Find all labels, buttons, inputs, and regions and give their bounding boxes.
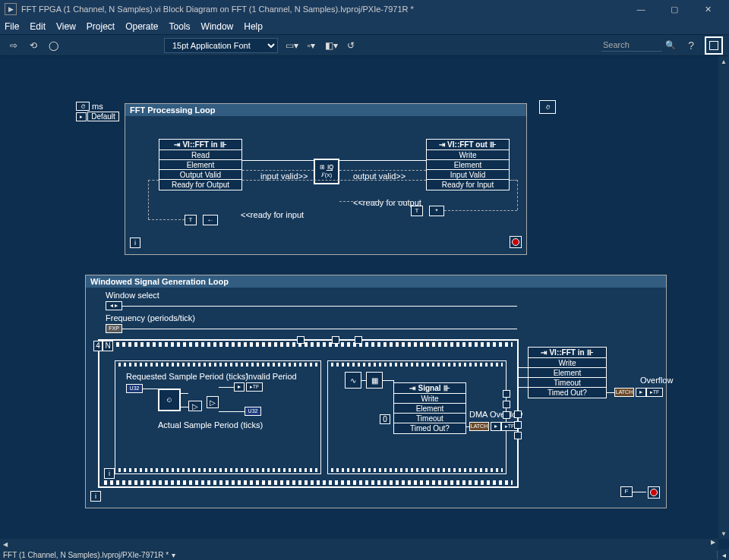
close-button[interactable]: ✕ [691, 0, 724, 18]
menu-help[interactable]: Help [244, 21, 263, 32]
sequence-frame-signal[interactable]: ∿ ▦ ⇥Signal⊪ Write Element Timeout Timed… [327, 360, 507, 474]
signal-fifo[interactable]: ⇥Signal⊪ Write Element Timeout Timed Out… [393, 382, 466, 434]
timed-loop-config[interactable]: ⏱ ms ▸ Default [76, 102, 119, 121]
menu-operate[interactable]: Operate [125, 21, 158, 32]
sequence-frame[interactable]: Requested Sample Period (ticks) U32 ⏲ ▷ … [115, 360, 321, 474]
bool-const[interactable]: T [185, 215, 197, 225]
wire [519, 377, 528, 378]
clock-icon: ⏱ [76, 102, 90, 111]
wire [466, 426, 469, 427]
align-button[interactable]: ▭▾ [284, 38, 299, 53]
wire-dashed [444, 210, 517, 211]
horizontal-scrollbar[interactable]: ◀ ▶ [0, 539, 718, 549]
wire-dashed [148, 219, 185, 220]
feedback-node[interactable]: ← [203, 215, 218, 225]
false-const[interactable]: F [620, 486, 633, 497]
overflow-latch[interactable]: LATCH [614, 388, 634, 397]
vertical-scrollbar[interactable]: ▲ ▼ [718, 56, 729, 539]
window-select-terminal[interactable]: ◂ ▸ [106, 301, 122, 310]
fft-processing-loop[interactable]: FFT Processing Loop ⇥VI::FFT in⊪ Read El… [125, 103, 527, 255]
wire [242, 160, 314, 161]
menu-view[interactable]: View [56, 21, 76, 32]
scroll-right-icon[interactable]: ▶ [708, 539, 718, 546]
fft-in-fifo-2[interactable]: ⇥VI::FFT in⊪ Write Element Timeout Timed… [528, 347, 607, 398]
fifo-fft-out[interactable]: ⇥VI::FFT out⊪ Write Element Input Valid … [426, 139, 510, 190]
tunnel [355, 336, 362, 344]
sample-clock-subvi[interactable]: ⏲ [158, 389, 181, 411]
menu-window[interactable]: Window [201, 21, 234, 32]
zero-const[interactable]: 0 [380, 414, 390, 424]
arrow-icon[interactable]: ▸ [491, 422, 501, 431]
fifo-fft-in[interactable]: ⇥VI::FFT in⊪ Read Element Output Valid R… [159, 139, 242, 190]
menu-project[interactable]: Project [87, 21, 115, 32]
tunnel [297, 336, 305, 344]
actual-u32[interactable]: U32 [245, 407, 261, 416]
wire [219, 387, 234, 388]
n-terminal[interactable]: N [103, 341, 113, 351]
font-select[interactable]: 15pt Application Font [164, 38, 278, 53]
label-frequency: Frequency (periods/tick) [106, 313, 195, 322]
select-node[interactable]: ▷ [207, 396, 219, 408]
pause-button[interactable]: ◯ [46, 38, 61, 53]
minimize-button[interactable]: — [624, 0, 658, 18]
loop-condition[interactable] [510, 236, 522, 248]
wire-dashed [510, 180, 517, 181]
loop2-iteration-terminal[interactable]: i [90, 491, 101, 502]
frequency-terminal[interactable]: FXP [106, 324, 122, 333]
run-continuously-button[interactable]: ⟲ [26, 38, 41, 53]
loop2-condition[interactable] [648, 486, 660, 499]
block-diagram-canvas[interactable]: ⏱ ms ▸ Default ⏱ FFT Processing Loop ⇥VI… [0, 56, 718, 539]
fifo-out-name: VI::FFT out [447, 140, 488, 149]
label-input-valid: input valid>> [260, 171, 308, 181]
window-apply[interactable]: ▦ [366, 372, 383, 389]
wire-dashed [339, 201, 411, 202]
timed-loop-end[interactable]: ⏱ [539, 100, 556, 114]
search-input[interactable] [601, 39, 662, 52]
wire-dashed [242, 170, 314, 171]
wire [519, 367, 528, 368]
menu-tools[interactable]: Tools [169, 21, 191, 32]
for-loop[interactable]: 4 N Requested Sample Period (ticks) U32 … [98, 339, 519, 488]
feedback-node[interactable]: * [429, 206, 444, 216]
wire-dashed [148, 180, 159, 181]
fifo-in-name: VI::FFT in [182, 140, 217, 149]
iteration-terminal[interactable]: i [130, 238, 140, 248]
label-requested: Requested Sample Period (ticks) [126, 372, 248, 381]
latch-node[interactable]: LATCH [469, 422, 489, 431]
label-overflow: Overflow [640, 376, 673, 385]
invalid-arrow[interactable]: ▸ [234, 382, 245, 392]
help-icon[interactable]: ? [688, 39, 694, 52]
label-ready-input: <<ready for input [241, 210, 304, 219]
bool-const[interactable]: T [411, 206, 423, 216]
scroll-down-icon[interactable]: ▼ [718, 528, 729, 539]
status-divider: ◂ [717, 551, 726, 559]
scroll-up-icon[interactable]: ▲ [718, 56, 729, 67]
wire [339, 160, 426, 161]
menu-file[interactable]: File [5, 21, 19, 32]
wire [122, 329, 517, 329]
overflow-terminal[interactable]: ▸TF [646, 388, 663, 397]
resize-button[interactable]: ◧▾ [323, 38, 339, 53]
menu-edit[interactable]: Edit [30, 21, 46, 32]
maximize-button[interactable]: ▢ [658, 0, 691, 18]
search-icon[interactable]: 🔍 [665, 40, 676, 50]
scroll-left-icon[interactable]: ◀ [0, 541, 11, 548]
requested-terminal[interactable]: U32 [126, 384, 143, 393]
run-button[interactable]: ⇨ [6, 38, 21, 53]
loop1-title: FFT Processing Loop [125, 104, 526, 116]
for-iteration-terminal[interactable]: i [104, 468, 115, 479]
label-output-valid: output valid>> [353, 171, 406, 181]
windowed-signal-loop[interactable]: Windowed Signal Generation Loop Window s… [85, 275, 667, 508]
menubar: File Edit View Project Operate Tools Win… [0, 18, 729, 35]
distribute-button[interactable]: ▫▾ [304, 38, 319, 53]
wire [181, 393, 188, 394]
invalid-terminal[interactable]: ▸TF [246, 382, 263, 392]
label-actual: Actual Sample Period (ticks) [158, 420, 263, 429]
status-dropdown-icon[interactable]: ▾ [172, 551, 175, 559]
compare-node[interactable]: ▷ [188, 401, 202, 411]
context-help-icon[interactable] [705, 36, 723, 55]
app-icon: ▶ [5, 3, 17, 15]
reorder-button[interactable]: ↺ [343, 38, 358, 53]
arrow-icon[interactable]: ▸ [636, 388, 646, 397]
sine-generator[interactable]: ∿ [345, 372, 361, 389]
